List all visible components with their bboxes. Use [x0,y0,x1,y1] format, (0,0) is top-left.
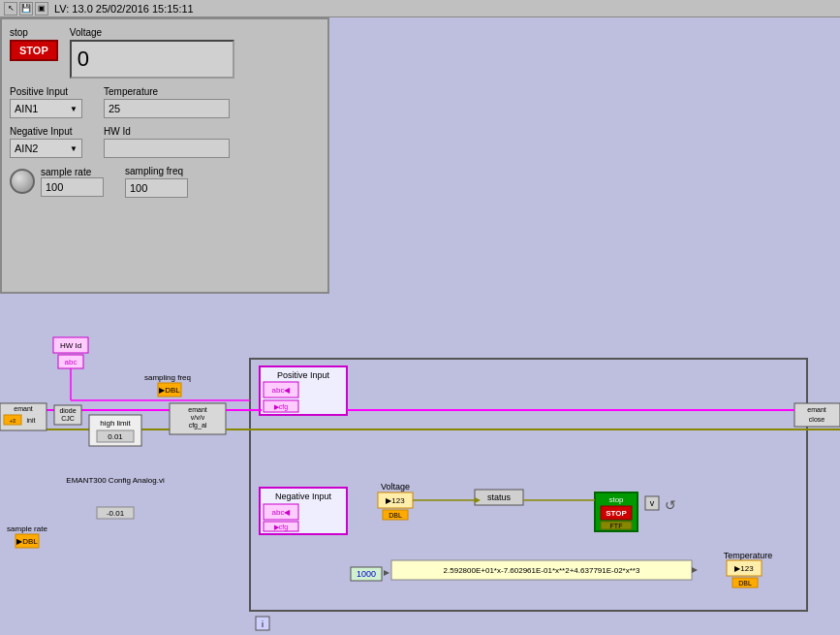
arrow-1000 [384,570,389,576]
emant-mid-text3: cfg_al [189,422,207,429]
cursor-icon: ↖ [4,2,17,16]
title-icons: ↖ 💾 ▣ [4,2,48,16]
positive-input-field: Positive Input AIN1 ▼ [10,86,82,118]
emant-mid-text2: v/v/v [191,414,205,421]
positive-input-abc-text: abc◀ [272,386,292,395]
temp-123-text: ▶123 [734,564,754,573]
negative-input-abc-text: abc◀ [272,508,292,517]
diode-text1: diode [59,407,76,414]
emant-close-text2: close [809,416,824,423]
sample-rate-bd-label: sample rate [7,524,47,533]
hwid-field: HW Id [104,126,230,158]
positive-input-arrow: ▼ [70,105,78,113]
dbl-sf-text: ▶DBL [159,386,180,395]
emant-left-inner-text: +≡ [9,418,16,424]
abc-text: abc [65,358,78,366]
fp-row-4: sample rate 100 sampling freq 100 [10,166,320,198]
hwid-display [104,139,230,158]
sample-rate-knob[interactable] [10,169,35,194]
sampling-freq-bd-label: sampling freq [144,373,191,382]
config-label: EMANT300 Config Analog.vi [66,476,165,485]
diode-text2: CJC [61,415,75,422]
value-1000-text: 1000 [357,569,376,579]
negative-input-bd-label: Negative Input [275,492,332,501]
positive-input-lower-text: ▶cfg [274,403,288,411]
stop-area: stop STOP [10,27,58,61]
negative-input-field: Negative Input AIN2 ▼ [10,126,82,158]
hwid-bd-label: HW Id [60,341,81,350]
emant-left-text2: init [27,417,36,424]
emant-mid-text1: emant [188,406,207,413]
hwid-label: HW Id [104,126,230,137]
sample-rate-display: 100 [41,177,104,197]
status-text: status [487,492,512,502]
high-limit-value: 0.01 [108,432,123,441]
fp-row-1: stop STOP Voltage 0 [10,27,320,79]
high-limit-label: high limit [100,419,131,428]
title-bar: ↖ 💾 ▣ LV: 13.0 25/02/2016 15:15:11 [0,0,840,17]
sampling-freq-field: sampling freq 100 [125,166,188,198]
emant-left-text1: emant [14,405,33,412]
voltage-display: 0 [70,40,234,79]
voltage-field: Voltage 0 [70,27,234,79]
voltage-dbl-text: DBL [389,512,402,519]
voltage-bd-label: Voltage [381,482,410,492]
temperature-display: 25 [104,99,230,118]
temperature-label: Temperature [104,86,230,97]
negative-input-arrow: ▼ [70,144,78,153]
sample-rate-field: sample rate 100 [10,166,104,197]
title-text: LV: 13.0 25/02/2016 15:15:11 [54,3,194,15]
front-panel: stop STOP Voltage 0 Positive Input AIN1 … [0,17,329,294]
floppy-icon: 💾 [19,2,33,16]
positive-input-select[interactable]: AIN1 ▼ [10,99,82,118]
low-limit-value: -0.01 [107,509,125,518]
temperature-field: Temperature 25 [104,86,230,118]
sample-rate-dbl-text: ▶DBL [16,537,38,546]
fp-row-3: Negative Input AIN2 ▼ HW Id [10,126,320,158]
positive-input-label: Positive Input [10,86,82,97]
voltage-123-text: ▶123 [386,496,405,505]
voltage-label: Voltage [70,27,234,38]
temp-dbl-text: DBL [738,580,752,587]
stop-label: stop [10,27,58,38]
stop-button[interactable]: STOP [10,40,58,61]
vi-icon: ▣ [35,2,48,16]
negative-input-select[interactable]: AIN2 ▼ [10,139,82,158]
negative-input-label: Negative Input [10,126,82,137]
negative-input-lower-text: ▶cfg [274,524,288,531]
index-text: i [262,619,264,629]
stop-bd-button-text: STOP [606,509,627,518]
stop-bd-label: stop [608,495,624,504]
temperature-bd-label: Temperature [724,551,773,560]
loop-icon: ↺ [665,497,676,513]
ftf-text: FTF [610,523,623,529]
emant-close-text1: emant [807,406,826,413]
sample-rate-label: sample rate [41,167,91,177]
formula-text: 2.592800E+01*x-7.602961E-01*x**2+4.63779… [444,566,640,575]
fp-row-2: Positive Input AIN1 ▼ Temperature 25 [10,86,320,118]
positive-input-bd-label: Positive Input [277,370,330,380]
sampling-freq-display: 100 [125,178,188,198]
sampling-freq-label: sampling freq [125,166,188,176]
arrow-formula [692,567,698,573]
v-text: v [650,498,655,508]
